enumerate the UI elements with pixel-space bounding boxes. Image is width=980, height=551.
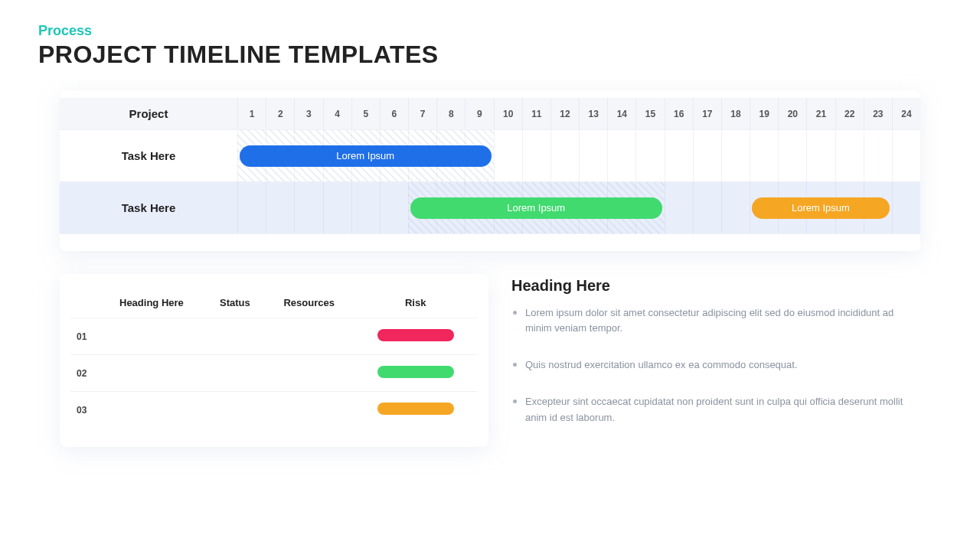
status-table-card: Heading HereStatusResourcesRisk 010203 <box>60 274 488 447</box>
gantt-col-3: 3 <box>294 98 322 129</box>
eyebrow: Process <box>38 23 942 39</box>
gantt-bar: Lorem Ipsum <box>240 145 492 167</box>
gantt-chart: Project 12345678910111213141516171819202… <box>60 98 920 234</box>
gantt-col-15: 15 <box>635 98 664 129</box>
gantt-col-20: 20 <box>778 98 806 129</box>
gantt-row-label: Task Here <box>60 182 237 233</box>
gantt-col-7: 7 <box>408 98 436 129</box>
gantt-col-6: 6 <box>380 98 408 129</box>
risk-pill <box>377 366 454 378</box>
bullet-item: Quis nostrud exercitation ullamco ex ea … <box>511 357 920 373</box>
gantt-bar: Lorem Ipsum <box>752 197 890 219</box>
gantt-col-12: 12 <box>550 98 579 129</box>
gantt-col-22: 22 <box>835 98 864 129</box>
gantt-bar: Lorem Ipsum <box>410 197 662 219</box>
gantt-label-header: Project <box>60 98 237 129</box>
table-header: Risk <box>353 288 478 318</box>
description-heading: Heading Here <box>511 277 920 295</box>
gantt-card: Project 12345678910111213141516171819202… <box>60 90 920 251</box>
risk-pill <box>377 329 454 341</box>
gantt-col-24: 24 <box>892 98 920 129</box>
table-row: 01 <box>70 318 478 355</box>
table-header: Heading Here <box>98 288 205 318</box>
gantt-col-9: 9 <box>465 98 493 129</box>
gantt-col-19: 19 <box>750 98 778 129</box>
gantt-col-23: 23 <box>864 98 892 129</box>
risk-pill <box>377 403 454 415</box>
gantt-col-16: 16 <box>665 98 693 129</box>
gantt-col-5: 5 <box>351 98 380 129</box>
gantt-col-4: 4 <box>323 98 351 129</box>
description-block: Heading Here Lorem ipsum dolor sit amet … <box>511 274 920 447</box>
gantt-col-18: 18 <box>721 98 750 129</box>
table-row: 03 <box>70 392 478 429</box>
gantt-header: Project 12345678910111213141516171819202… <box>60 98 920 130</box>
page-title: PROJECT TIMELINE TEMPLATES <box>38 41 942 69</box>
bullet-item: Excepteur sint occaecat cupidatat non pr… <box>511 394 920 425</box>
gantt-col-21: 21 <box>806 98 835 129</box>
gantt-col-8: 8 <box>436 98 465 129</box>
bullet-item: Lorem ipsum dolor sit amet consectetur a… <box>511 305 920 336</box>
gantt-col-2: 2 <box>266 98 294 129</box>
gantt-col-1: 1 <box>237 98 266 129</box>
status-table: Heading HereStatusResourcesRisk 010203 <box>70 288 478 428</box>
gantt-col-17: 17 <box>693 98 721 129</box>
gantt-row: Task HereLorem IpsumLorem Ipsum <box>60 182 920 234</box>
gantt-row: Task HereLorem Ipsum <box>60 130 920 182</box>
table-header: Status <box>205 288 265 318</box>
gantt-col-14: 14 <box>607 98 635 129</box>
gantt-col-10: 10 <box>494 98 522 129</box>
table-header: Resources <box>265 288 354 318</box>
gantt-row-label: Task Here <box>60 130 237 181</box>
table-row: 02 <box>70 355 478 392</box>
gantt-col-11: 11 <box>522 98 550 129</box>
gantt-col-13: 13 <box>579 98 607 129</box>
